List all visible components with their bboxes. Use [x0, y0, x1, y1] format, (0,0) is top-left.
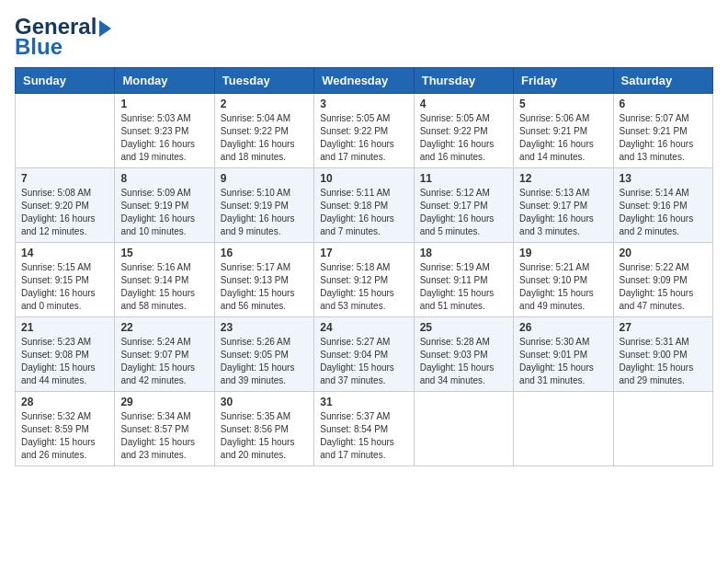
calendar-cell: 29Sunrise: 5:34 AMSunset: 8:57 PMDayligh…: [115, 391, 214, 465]
day-number: 3: [320, 98, 407, 110]
cell-content: Sunrise: 5:16 AMSunset: 9:14 PMDaylight:…: [120, 261, 208, 313]
column-header-friday: Friday: [514, 67, 613, 93]
cell-content: Sunrise: 5:34 AMSunset: 8:57 PMDaylight:…: [120, 410, 208, 462]
day-number: 23: [221, 321, 308, 334]
day-number: 7: [21, 172, 108, 185]
day-number: 15: [120, 247, 208, 259]
cell-content: Sunrise: 5:22 AMSunset: 9:09 PMDaylight:…: [620, 261, 707, 313]
cell-content: Sunrise: 5:19 AMSunset: 9:11 PMDaylight:…: [420, 261, 507, 313]
day-number: 2: [221, 98, 308, 110]
day-number: 26: [519, 321, 607, 334]
calendar-cell: 15Sunrise: 5:16 AMSunset: 9:14 PMDayligh…: [115, 242, 214, 316]
day-number: 18: [420, 247, 507, 259]
cell-content: Sunrise: 5:06 AMSunset: 9:21 PMDaylight:…: [519, 112, 607, 164]
calendar-cell: 27Sunrise: 5:31 AMSunset: 9:00 PMDayligh…: [613, 316, 712, 391]
day-number: 30: [221, 396, 308, 408]
calendar-cell: 18Sunrise: 5:19 AMSunset: 9:11 PMDayligh…: [414, 242, 513, 316]
cell-content: Sunrise: 5:04 AMSunset: 9:22 PMDaylight:…: [221, 112, 308, 164]
cell-content: Sunrise: 5:35 AMSunset: 8:56 PMDaylight:…: [221, 410, 308, 462]
calendar-cell: 8Sunrise: 5:09 AMSunset: 9:19 PMDaylight…: [115, 167, 214, 242]
calendar-cell: 10Sunrise: 5:11 AMSunset: 9:18 PMDayligh…: [314, 167, 414, 242]
day-number: 21: [21, 321, 108, 334]
logo: General Blue: [15, 15, 111, 60]
calendar-cell: 25Sunrise: 5:28 AMSunset: 9:03 PMDayligh…: [414, 316, 513, 391]
calendar-cell: [613, 391, 712, 465]
cell-content: Sunrise: 5:17 AMSunset: 9:13 PMDaylight:…: [221, 261, 308, 313]
calendar-cell: 1Sunrise: 5:03 AMSunset: 9:23 PMDaylight…: [115, 93, 214, 167]
day-number: 13: [620, 172, 707, 185]
calendar-cell: 20Sunrise: 5:22 AMSunset: 9:09 PMDayligh…: [613, 242, 712, 316]
column-header-tuesday: Tuesday: [214, 67, 313, 93]
cell-content: Sunrise: 5:12 AMSunset: 9:17 PMDaylight:…: [420, 187, 507, 238]
column-header-sunday: Sunday: [16, 67, 115, 93]
day-number: 6: [620, 98, 707, 110]
day-number: 27: [620, 321, 707, 334]
day-number: 31: [320, 396, 407, 408]
day-number: 24: [320, 321, 407, 334]
cell-content: Sunrise: 5:30 AMSunset: 9:01 PMDaylight:…: [519, 336, 607, 387]
cell-content: Sunrise: 5:32 AMSunset: 8:59 PMDaylight:…: [21, 410, 108, 462]
calendar-week-row: 1Sunrise: 5:03 AMSunset: 9:23 PMDaylight…: [16, 93, 713, 167]
day-number: 1: [120, 98, 208, 110]
cell-content: Sunrise: 5:10 AMSunset: 9:19 PMDaylight:…: [221, 187, 308, 238]
day-number: 14: [21, 247, 108, 259]
calendar-table: SundayMondayTuesdayWednesdayThursdayFrid…: [15, 67, 713, 466]
day-number: 22: [120, 321, 208, 334]
calendar-cell: 22Sunrise: 5:24 AMSunset: 9:07 PMDayligh…: [115, 316, 214, 391]
day-number: 11: [420, 172, 507, 185]
day-number: 29: [120, 396, 208, 408]
calendar-cell: 17Sunrise: 5:18 AMSunset: 9:12 PMDayligh…: [314, 242, 414, 316]
day-number: 19: [519, 247, 607, 259]
cell-content: Sunrise: 5:15 AMSunset: 9:15 PMDaylight:…: [21, 261, 108, 313]
cell-content: Sunrise: 5:11 AMSunset: 9:18 PMDaylight:…: [320, 187, 407, 238]
day-number: 10: [320, 172, 407, 185]
column-header-thursday: Thursday: [414, 67, 513, 93]
cell-content: Sunrise: 5:05 AMSunset: 9:22 PMDaylight:…: [420, 112, 507, 164]
cell-content: Sunrise: 5:27 AMSunset: 9:04 PMDaylight:…: [320, 336, 407, 387]
cell-content: Sunrise: 5:26 AMSunset: 9:05 PMDaylight:…: [221, 336, 308, 387]
calendar-cell: 3Sunrise: 5:05 AMSunset: 9:22 PMDaylight…: [314, 93, 414, 167]
calendar-cell: 26Sunrise: 5:30 AMSunset: 9:01 PMDayligh…: [514, 316, 613, 391]
calendar-cell: 4Sunrise: 5:05 AMSunset: 9:22 PMDaylight…: [414, 93, 513, 167]
day-number: 12: [519, 172, 607, 185]
day-number: 28: [21, 396, 108, 408]
column-header-wednesday: Wednesday: [314, 67, 414, 93]
day-number: 17: [320, 247, 407, 259]
calendar-cell: 30Sunrise: 5:35 AMSunset: 8:56 PMDayligh…: [214, 391, 313, 465]
day-number: 8: [120, 172, 208, 185]
calendar-cell: 14Sunrise: 5:15 AMSunset: 9:15 PMDayligh…: [16, 242, 115, 316]
day-number: 20: [620, 247, 707, 259]
calendar-cell: 9Sunrise: 5:10 AMSunset: 9:19 PMDaylight…: [214, 167, 313, 242]
calendar-cell: [16, 93, 115, 167]
logo-arrow-icon: [99, 20, 111, 37]
calendar-week-row: 14Sunrise: 5:15 AMSunset: 9:15 PMDayligh…: [16, 242, 713, 316]
cell-content: Sunrise: 5:21 AMSunset: 9:10 PMDaylight:…: [519, 261, 607, 313]
cell-content: Sunrise: 5:03 AMSunset: 9:23 PMDaylight:…: [120, 112, 208, 164]
cell-content: Sunrise: 5:14 AMSunset: 9:16 PMDaylight:…: [620, 187, 707, 238]
column-header-monday: Monday: [115, 67, 214, 93]
calendar-cell: 24Sunrise: 5:27 AMSunset: 9:04 PMDayligh…: [314, 316, 414, 391]
cell-content: Sunrise: 5:23 AMSunset: 9:08 PMDaylight:…: [21, 336, 108, 387]
calendar-cell: 31Sunrise: 5:37 AMSunset: 8:54 PMDayligh…: [314, 391, 414, 465]
calendar-cell: 23Sunrise: 5:26 AMSunset: 9:05 PMDayligh…: [214, 316, 313, 391]
cell-content: Sunrise: 5:31 AMSunset: 9:00 PMDaylight:…: [620, 336, 707, 387]
calendar-week-row: 21Sunrise: 5:23 AMSunset: 9:08 PMDayligh…: [16, 316, 713, 391]
page-header: General Blue: [15, 15, 713, 60]
day-number: 5: [519, 98, 607, 110]
column-header-saturday: Saturday: [613, 67, 712, 93]
calendar-cell: 12Sunrise: 5:13 AMSunset: 9:17 PMDayligh…: [514, 167, 613, 242]
cell-content: Sunrise: 5:05 AMSunset: 9:22 PMDaylight:…: [320, 112, 407, 164]
calendar-cell: [514, 391, 613, 465]
calendar-cell: 5Sunrise: 5:06 AMSunset: 9:21 PMDaylight…: [514, 93, 613, 167]
logo-text-blue: Blue: [15, 35, 63, 59]
calendar-cell: 13Sunrise: 5:14 AMSunset: 9:16 PMDayligh…: [613, 167, 712, 242]
calendar-cell: [414, 391, 513, 465]
day-number: 25: [420, 321, 507, 334]
calendar-cell: 21Sunrise: 5:23 AMSunset: 9:08 PMDayligh…: [16, 316, 115, 391]
cell-content: Sunrise: 5:28 AMSunset: 9:03 PMDaylight:…: [420, 336, 507, 387]
calendar-week-row: 28Sunrise: 5:32 AMSunset: 8:59 PMDayligh…: [16, 391, 713, 465]
cell-content: Sunrise: 5:09 AMSunset: 9:19 PMDaylight:…: [120, 187, 208, 238]
calendar-cell: 11Sunrise: 5:12 AMSunset: 9:17 PMDayligh…: [414, 167, 513, 242]
cell-content: Sunrise: 5:37 AMSunset: 8:54 PMDaylight:…: [320, 410, 407, 462]
cell-content: Sunrise: 5:24 AMSunset: 9:07 PMDaylight:…: [120, 336, 208, 387]
